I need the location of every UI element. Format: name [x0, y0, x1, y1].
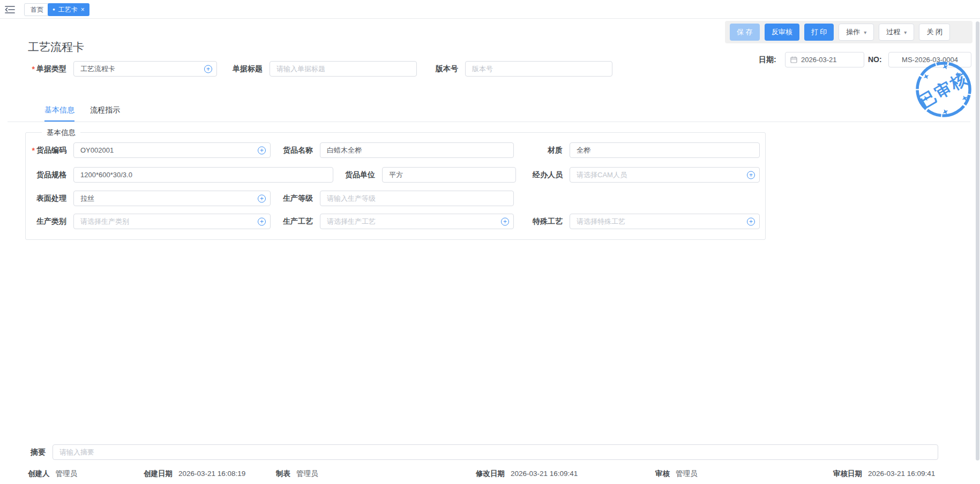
- audit-date-value: 2026-03-21 16:09:41: [868, 470, 935, 478]
- special-process-label: 特殊工艺: [518, 217, 563, 226]
- save-button[interactable]: 保 存: [730, 24, 760, 41]
- field-operator: 经办人员 +: [518, 167, 760, 183]
- field-goods-spec: 货品规格: [21, 167, 333, 183]
- caret-down-icon: ▾: [904, 29, 907, 35]
- no-label: NO:: [868, 55, 882, 64]
- doc-type-label: 单据类型: [36, 64, 66, 74]
- create-date-value: 2026-03-21 16:08:19: [178, 470, 245, 478]
- auditor-value: 管理员: [676, 470, 698, 478]
- field-goods-unit: 货品单位: [330, 167, 516, 183]
- basic-info-legend: 基本信息: [42, 128, 80, 138]
- goods-code-input[interactable]: [73, 142, 271, 158]
- vertical-scrollbar[interactable]: [976, 21, 979, 460]
- plus-circle-icon[interactable]: +: [258, 194, 266, 202]
- category-label: 生产类别: [21, 217, 66, 226]
- maker-value: 管理员: [296, 470, 318, 478]
- operation-label: 操作: [846, 27, 860, 37]
- footer-create-date: 创建日期2026-03-21 16:08:19: [144, 469, 245, 479]
- tab-home-label: 首页: [31, 5, 43, 14]
- field-grade: 生产等级: [268, 191, 514, 206]
- special-process-input[interactable]: [570, 214, 760, 229]
- no-value: MS-2026-03-0004: [902, 56, 958, 64]
- goods-unit-label: 货品单位: [330, 170, 375, 180]
- material-label: 材质: [518, 146, 563, 155]
- category-input[interactable]: [73, 214, 271, 229]
- creator-value: 管理员: [56, 470, 78, 478]
- tab-close-icon[interactable]: ×: [81, 6, 85, 13]
- caret-down-icon: ▾: [864, 29, 866, 35]
- process-label: 过程: [886, 27, 900, 37]
- field-process: 生产工艺 +: [268, 214, 514, 229]
- modify-date-label: 修改日期: [476, 470, 505, 478]
- tab-basic-info[interactable]: 基本信息: [44, 105, 74, 122]
- tab-process-card[interactable]: ● 工艺卡 ×: [48, 3, 89, 16]
- tab-process-card-label: 工艺卡: [58, 5, 78, 14]
- footer-auditor: 审核管理员: [655, 469, 698, 479]
- audited-stamp: 已审核: [912, 59, 975, 120]
- material-input[interactable]: [570, 142, 760, 158]
- reverse-audit-button[interactable]: 反审核: [765, 24, 799, 41]
- maker-label: 制表: [276, 470, 290, 478]
- goods-name-label: 货品名称: [268, 146, 313, 155]
- tab-home[interactable]: 首页: [24, 3, 50, 16]
- footer-audit-date: 审核日期2026-03-21 16:09:41: [833, 469, 935, 479]
- field-material: 材质: [518, 142, 760, 158]
- plus-circle-icon[interactable]: +: [204, 65, 212, 73]
- field-doc-type: * 单据类型 +: [21, 61, 217, 77]
- surface-input[interactable]: [73, 191, 271, 206]
- operator-input[interactable]: [570, 167, 760, 183]
- operation-dropdown-button[interactable]: 操作 ▾: [839, 24, 874, 41]
- goods-unit-input[interactable]: [382, 167, 516, 183]
- date-label: 日期:: [759, 55, 776, 65]
- no-input[interactable]: MS-2026-03-0004: [888, 52, 971, 67]
- calendar-icon: [790, 56, 797, 63]
- doc-type-input[interactable]: [73, 61, 217, 77]
- required-mark: *: [32, 65, 35, 73]
- footer-maker: 制表管理员: [276, 469, 318, 479]
- date-value: 2026-03-21: [801, 56, 837, 64]
- process-dropdown-button[interactable]: 过程 ▾: [879, 24, 914, 41]
- goods-name-input[interactable]: [320, 142, 514, 158]
- field-version: 版本号: [420, 61, 612, 77]
- page-title: 工艺流程卡: [28, 40, 84, 55]
- goods-spec-input[interactable]: [73, 167, 333, 183]
- field-surface: 表面处理 +: [21, 191, 271, 206]
- stamp-text: 已审核: [916, 69, 971, 110]
- auditor-label: 审核: [655, 470, 670, 478]
- close-button[interactable]: 关 闭: [919, 24, 950, 41]
- surface-label: 表面处理: [21, 194, 66, 203]
- doc-title-input[interactable]: [270, 61, 417, 77]
- field-category: 生产类别 +: [21, 214, 271, 229]
- plus-circle-icon[interactable]: +: [747, 171, 755, 179]
- footer-modify-date: 修改日期2026-03-21 16:09:41: [476, 469, 578, 479]
- active-dot-icon: ●: [53, 7, 55, 12]
- plus-circle-icon[interactable]: +: [501, 217, 509, 225]
- print-button[interactable]: 打 印: [804, 24, 834, 41]
- field-goods-name: 货品名称: [268, 142, 514, 158]
- field-summary: 摘要: [23, 444, 938, 460]
- audit-date-label: 审核日期: [833, 470, 862, 478]
- process-input[interactable]: [320, 214, 514, 229]
- plus-circle-icon[interactable]: +: [747, 217, 755, 225]
- summary-input[interactable]: [53, 444, 938, 460]
- modify-date-value: 2026-03-21 16:09:41: [511, 470, 578, 478]
- version-input[interactable]: [465, 61, 612, 77]
- goods-code-label: 货品编码: [36, 146, 66, 155]
- version-label: 版本号: [420, 64, 458, 74]
- plus-circle-icon[interactable]: +: [258, 217, 266, 225]
- field-special-process: 特殊工艺 +: [518, 214, 760, 229]
- date-input[interactable]: 2026-03-21: [785, 52, 864, 67]
- required-mark: *: [32, 146, 35, 155]
- grade-input[interactable]: [320, 191, 514, 206]
- menu-fold-icon[interactable]: [5, 5, 15, 14]
- operator-label: 经办人员: [518, 170, 563, 180]
- field-doc-title: 单据标题: [224, 61, 417, 77]
- action-toolbar: 保 存 反审核 打 印 操作 ▾ 过程 ▾ 关 闭: [725, 21, 972, 43]
- field-goods-code: * 货品编码 +: [19, 142, 271, 158]
- stamp-stars-icon: [912, 59, 975, 120]
- tab-flow-instruction[interactable]: 流程指示: [90, 105, 120, 115]
- doc-title-label: 单据标题: [224, 64, 263, 74]
- plus-circle-icon[interactable]: +: [258, 146, 266, 154]
- create-date-label: 创建日期: [144, 470, 173, 478]
- process-label: 生产工艺: [268, 217, 313, 226]
